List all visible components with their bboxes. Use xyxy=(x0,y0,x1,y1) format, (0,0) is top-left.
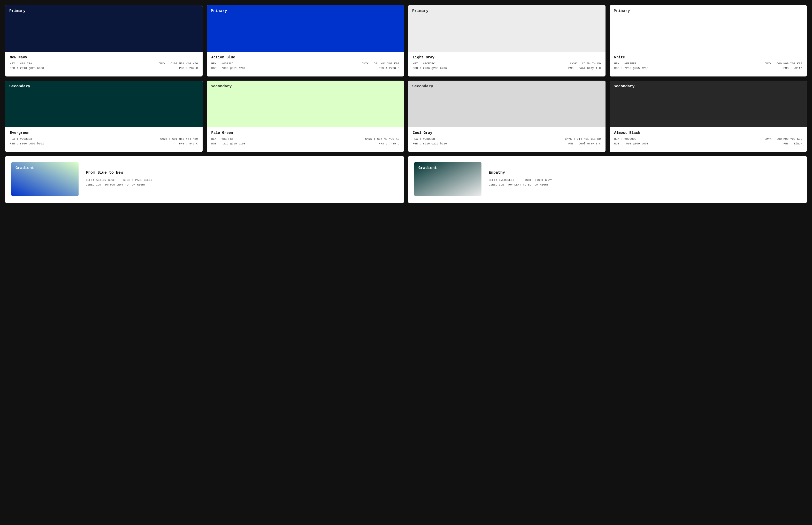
color-cmyk: CMYK : C91 M58 Y64 K59 xyxy=(160,137,198,140)
color-row-1: HEX : #ECECEC CMYK : C6 M4 Y4 K0 xyxy=(413,62,601,65)
color-cmyk: CMYK : C00 M00 Y00 K00 xyxy=(765,62,802,65)
swatch-label: Secondary xyxy=(9,84,30,89)
color-card: Secondary Evergreen HEX : #003333 CMYK :… xyxy=(5,80,202,152)
color-rgb: RGB : r219 g255 b198 xyxy=(211,142,245,145)
color-row-2: RGB : r000 g051 b204 PMS : 2728 C xyxy=(211,67,400,70)
secondary-color-grid: Secondary Evergreen HEX : #003333 CMYK :… xyxy=(5,80,807,152)
color-cmyk: CMYK : C00 M00 Y00 K00 xyxy=(765,137,802,140)
color-row-2: RGB : r216 g216 b216 PMS : Cool Gray 1 C xyxy=(413,142,601,145)
color-pms: PMS : 2728 C xyxy=(379,67,399,70)
color-pms: PMS : Black xyxy=(783,142,802,145)
color-rgb: RGB : r010 g023 b058 xyxy=(10,67,44,70)
color-card: Primary New Navy HEX : #0A173A CMYK : C1… xyxy=(5,5,202,76)
gradient-info: From Blue to New LEFT: ACTION BLUE RIGHT… xyxy=(86,170,398,188)
color-cmyk: CMYK : C14 M0 Y30 K0 xyxy=(365,137,399,140)
color-swatch: Primary xyxy=(408,5,605,52)
swatch-label: Primary xyxy=(412,9,428,13)
color-rgb: RGB : r000 g051 b204 xyxy=(211,67,245,70)
color-swatch: Secondary xyxy=(5,80,202,127)
color-info: Pale Green HEX : #DBFFC6 CMYK : C14 M0 Y… xyxy=(207,127,404,145)
color-row-2: RGB : r255 g255 b255 PMS : White xyxy=(614,67,802,70)
swatch-label: Secondary xyxy=(211,84,232,89)
color-row-2: RGB : r000 g000 b000 PMS : Black xyxy=(614,142,802,145)
primary-color-grid: Primary New Navy HEX : #0A173A CMYK : C1… xyxy=(5,5,807,76)
gradient-direction: DIRECTION: BOTTOM LEFT TO TOP RIGHT xyxy=(86,183,398,186)
color-row-2: RGB : r000 g051 b051 PMS : 546 C xyxy=(10,142,198,145)
color-name: Evergreen xyxy=(10,131,198,135)
color-row-1: HEX : #0033CC CMYK : C91 M81 Y00 K00 xyxy=(211,62,400,65)
color-hex: HEX : #D8D8D8 xyxy=(413,137,435,140)
gradient-swatch: Gradient xyxy=(11,162,78,196)
color-name: Almost Black xyxy=(614,131,802,135)
color-hex: HEX : #DBFFC6 xyxy=(211,137,234,140)
color-cmyk: CMYK : C14 M11 Y11 K0 xyxy=(565,137,601,140)
color-row-2: RGB : r219 g255 b198 PMS : 7485 C xyxy=(211,142,400,145)
color-pms: PMS : 7485 C xyxy=(379,142,399,145)
swatch-label: Primary xyxy=(614,9,630,13)
color-hex: HEX : #FFFFFF xyxy=(614,62,636,65)
color-swatch: Primary xyxy=(5,5,202,52)
color-name: New Navy xyxy=(10,55,198,59)
color-card: Primary White HEX : #FFFFFF CMYK : C00 M… xyxy=(610,5,807,76)
color-info: White HEX : #FFFFFF CMYK : C00 M00 Y00 K… xyxy=(610,52,807,70)
color-row-1: HEX : #FFFFFF CMYK : C00 M00 Y00 K00 xyxy=(614,62,802,65)
color-name: Action Blue xyxy=(211,55,400,59)
gradient-swatch: Gradient xyxy=(414,162,481,196)
color-pms: PMS : White xyxy=(783,67,802,70)
color-card: Primary Action Blue HEX : #0033CC CMYK :… xyxy=(207,5,404,76)
gradient-info: Empathy LEFT: EVERGREEN RIGHT: LIGHT GRA… xyxy=(489,170,801,188)
color-rgb: RGB : r236 g236 b236 xyxy=(413,67,447,70)
color-cmyk: CMYK : C6 M4 Y4 K0 xyxy=(570,62,601,65)
color-swatch: Primary xyxy=(610,5,807,52)
color-info: Evergreen HEX : #003333 CMYK : C91 M58 Y… xyxy=(5,127,202,145)
gradient-swatch-label: Gradient xyxy=(15,166,34,170)
color-card: Secondary Cool Gray HEX : #D8D8D8 CMYK :… xyxy=(408,80,605,152)
color-hex: HEX : #0A173A xyxy=(10,62,32,65)
color-info: Almost Black HEX : #000000 CMYK : C00 M0… xyxy=(610,127,807,145)
color-swatch: Secondary xyxy=(207,80,404,127)
color-hex: HEX : #0033CC xyxy=(211,62,234,65)
color-pms: PMS : 546 C xyxy=(179,142,198,145)
color-cmyk: CMYK : C100 M91 Y44 K56 xyxy=(159,62,198,65)
color-row-1: HEX : #003333 CMYK : C91 M58 Y64 K59 xyxy=(10,137,198,140)
color-info: Cool Gray HEX : #D8D8D8 CMYK : C14 M11 Y… xyxy=(408,127,605,145)
color-name: Pale Green xyxy=(211,131,400,135)
color-card: Primary Light Gray HEX : #ECECEC CMYK : … xyxy=(408,5,605,76)
gradient-card: Gradient Empathy LEFT: EVERGREEN RIGHT: … xyxy=(408,156,807,203)
color-rgb: RGB : r000 g051 b051 xyxy=(10,142,44,145)
gradient-name: Empathy xyxy=(489,170,801,175)
color-info: New Navy HEX : #0A173A CMYK : C100 M91 Y… xyxy=(5,52,202,70)
color-card: Secondary Almost Black HEX : #000000 CMY… xyxy=(610,80,807,152)
color-rgb: RGB : r000 g000 b000 xyxy=(614,142,648,145)
color-rgb: RGB : r216 g216 b216 xyxy=(413,142,447,145)
gradient-grid: Gradient From Blue to New LEFT: ACTION B… xyxy=(5,156,807,203)
gradient-direction: DIRECTION: TOP LEFT TO BOTTOM RIGHT xyxy=(489,183,801,186)
color-name: White xyxy=(614,55,802,59)
color-card: Secondary Pale Green HEX : #DBFFC6 CMYK … xyxy=(207,80,404,152)
color-cmyk: CMYK : C91 M81 Y00 K00 xyxy=(362,62,399,65)
color-row-1: HEX : #0A173A CMYK : C100 M91 Y44 K56 xyxy=(10,62,198,65)
color-name: Cool Gray xyxy=(413,131,601,135)
gradient-card: Gradient From Blue to New LEFT: ACTION B… xyxy=(5,156,404,203)
color-swatch: Secondary xyxy=(610,80,807,127)
gradient-name: From Blue to New xyxy=(86,170,398,175)
swatch-label: Secondary xyxy=(412,84,433,89)
color-rgb: RGB : r255 g255 b255 xyxy=(614,67,648,70)
gradient-left-right: LEFT: EVERGREEN RIGHT: LIGHT GRAY xyxy=(489,179,801,182)
color-row-1: HEX : #D8D8D8 CMYK : C14 M11 Y11 K0 xyxy=(413,137,601,140)
color-row-2: RGB : r010 g023 b058 PMS : 282 C xyxy=(10,67,198,70)
color-row-1: HEX : #DBFFC6 CMYK : C14 M0 Y30 K0 xyxy=(211,137,400,140)
color-hex: HEX : #003333 xyxy=(10,137,32,140)
gradient-left-right: LEFT: ACTION BLUE RIGHT: PALE GREEN xyxy=(86,179,398,182)
color-swatch: Primary xyxy=(207,5,404,52)
color-hex: HEX : #ECECEC xyxy=(413,62,435,65)
color-pms: PMS : 282 C xyxy=(179,67,198,70)
color-row-2: RGB : r236 g236 b236 PMS : Cool Gray 1 C xyxy=(413,67,601,70)
gradient-swatch-label: Gradient xyxy=(418,166,437,170)
color-swatch: Secondary xyxy=(408,80,605,127)
swatch-label: Primary xyxy=(211,9,227,13)
swatch-label: Primary xyxy=(9,9,26,13)
color-name: Light Gray xyxy=(413,55,601,59)
color-pms: PMS : Cool Gray 1 C xyxy=(568,67,601,70)
color-hex: HEX : #000000 xyxy=(614,137,636,140)
